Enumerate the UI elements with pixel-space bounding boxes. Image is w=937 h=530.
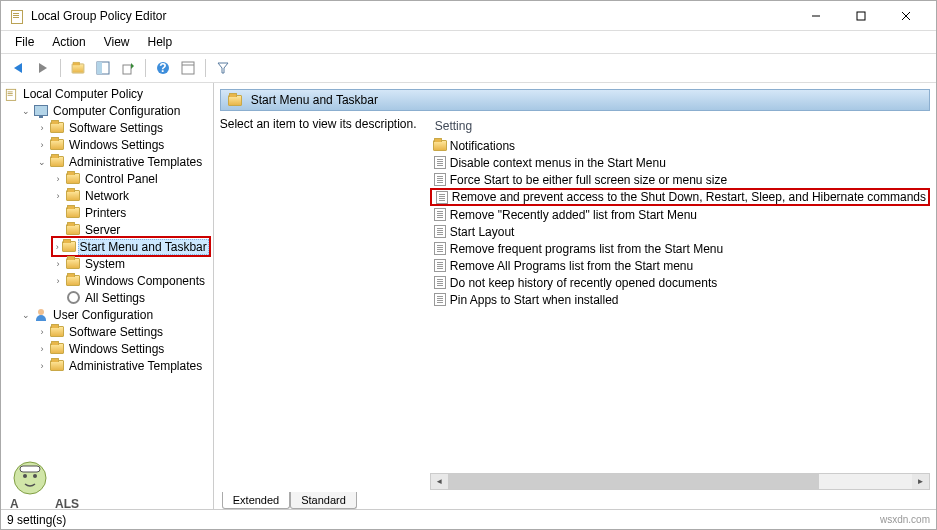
folder-icon <box>65 206 81 220</box>
svg-rect-1 <box>857 12 865 20</box>
setting-pin-apps[interactable]: Pin Apps to Start when installed <box>430 291 930 308</box>
expand-toggle[interactable]: › <box>35 138 49 152</box>
scroll-thumb[interactable] <box>448 474 819 489</box>
policy-root-icon <box>3 87 19 101</box>
policy-icon <box>432 208 448 222</box>
tree-all-settings[interactable]: All Settings <box>51 289 211 306</box>
filter-button[interactable] <box>212 57 234 79</box>
tree-win-components: › Windows Components <box>51 272 211 289</box>
scroll-track[interactable] <box>448 474 912 489</box>
folder-icon <box>65 257 81 271</box>
tree-pane-icon <box>96 61 110 75</box>
tree-cc-admin[interactable]: ⌄ Administrative Templates <box>35 153 211 170</box>
scroll-right-button[interactable]: ► <box>912 474 929 489</box>
arrow-left-icon <box>14 63 22 73</box>
export-button[interactable] <box>117 57 139 79</box>
setting-remove-recently-added[interactable]: Remove "Recently added" list from Start … <box>430 206 930 223</box>
forward-button[interactable] <box>32 57 54 79</box>
tree-label: Software Settings <box>67 325 165 339</box>
main-area: Local Computer Policy ⌄ Computer Configu… <box>1 83 936 509</box>
expand-toggle[interactable]: › <box>35 359 49 373</box>
expand-toggle[interactable]: › <box>35 121 49 135</box>
maximize-button[interactable] <box>838 2 883 30</box>
setting-remove-all-programs[interactable]: Remove All Programs list from the Start … <box>430 257 930 274</box>
tree-system[interactable]: › System <box>51 255 211 272</box>
app-icon <box>9 8 25 24</box>
setting-remove-frequent[interactable]: Remove frequent programs list from the S… <box>430 240 930 257</box>
tree-root[interactable]: Local Computer Policy <box>3 85 211 102</box>
tree-printers[interactable]: Printers <box>51 204 211 221</box>
horizontal-scrollbar[interactable]: ◄ ► <box>430 473 930 490</box>
tree-label: Server <box>83 223 122 237</box>
tree-label: User Configuration <box>51 308 155 322</box>
help-button[interactable]: ? <box>152 57 174 79</box>
setting-label: Remove All Programs list from the Start … <box>450 259 693 273</box>
tree-network[interactable]: › Network <box>51 187 211 204</box>
setting-remove-shutdown[interactable]: Remove and prevent access to the Shut Do… <box>430 188 930 206</box>
setting-label: Do not keep history of recently opened d… <box>450 276 718 290</box>
separator <box>145 59 146 77</box>
tree-uc-software[interactable]: › Software Settings <box>35 323 211 340</box>
tree-label: Windows Settings <box>67 342 166 356</box>
tab-extended[interactable]: Extended <box>222 492 290 509</box>
tree-uc-admin[interactable]: › Administrative Templates <box>35 357 211 374</box>
setting-no-history[interactable]: Do not keep history of recently opened d… <box>430 274 930 291</box>
expand-toggle[interactable]: › <box>51 189 65 203</box>
up-button[interactable] <box>67 57 89 79</box>
folder-icon <box>65 274 81 288</box>
close-button[interactable] <box>883 2 928 30</box>
tree-label: Administrative Templates <box>67 359 204 373</box>
tree-label: Local Computer Policy <box>21 87 145 101</box>
folder-icon <box>49 359 65 373</box>
person-icon <box>33 308 49 322</box>
collapse-toggle[interactable]: ⌄ <box>19 104 33 118</box>
menu-help[interactable]: Help <box>140 33 181 51</box>
back-button[interactable] <box>7 57 29 79</box>
setting-label: Start Layout <box>450 225 515 239</box>
policy-icon <box>432 156 448 170</box>
separator <box>60 59 61 77</box>
menu-file[interactable]: File <box>7 33 42 51</box>
setting-force-start-size[interactable]: Force Start to be either full screen siz… <box>430 171 930 188</box>
settings-list[interactable]: Notifications Disable context menus in t… <box>430 137 930 471</box>
tree-label: Start Menu and Taskbar <box>78 239 209 255</box>
expand-toggle[interactable]: › <box>51 274 65 288</box>
help-icon: ? <box>156 61 170 75</box>
tree-label: Control Panel <box>83 172 160 186</box>
scroll-left-button[interactable]: ◄ <box>431 474 448 489</box>
tree-computer-config[interactable]: ⌄ Computer Configuration <box>19 102 211 119</box>
status-text: 9 setting(s) <box>7 513 66 527</box>
show-hide-tree-button[interactable] <box>92 57 114 79</box>
menu-view[interactable]: View <box>96 33 138 51</box>
arrow-right-icon <box>39 63 47 73</box>
tree-start-menu-taskbar[interactable]: › Start Menu and Taskbar <box>51 236 211 257</box>
setting-notifications[interactable]: Notifications <box>430 137 930 154</box>
expand-toggle[interactable]: › <box>35 325 49 339</box>
menu-action[interactable]: Action <box>44 33 93 51</box>
collapse-toggle[interactable]: ⌄ <box>19 308 33 322</box>
tree-pane[interactable]: Local Computer Policy ⌄ Computer Configu… <box>1 83 214 509</box>
tree-label: Administrative Templates <box>67 155 204 169</box>
minimize-button[interactable] <box>793 2 838 30</box>
policy-icon <box>432 259 448 273</box>
tree-uc-windows[interactable]: › Windows Settings <box>35 340 211 357</box>
expand-toggle[interactable]: › <box>51 172 65 186</box>
column-header-setting[interactable]: Setting <box>430 115 930 137</box>
setting-label: Remove "Recently added" list from Start … <box>450 208 697 222</box>
tree-cc-windows[interactable]: › Windows Settings <box>35 136 211 153</box>
setting-label: Pin Apps to Start when installed <box>450 293 619 307</box>
setting-label: Disable context menus in the Start Menu <box>450 156 666 170</box>
expand-toggle[interactable]: › <box>51 257 65 271</box>
tree-cc-software[interactable]: › Software Settings <box>35 119 211 136</box>
setting-disable-context-menus[interactable]: Disable context menus in the Start Menu <box>430 154 930 171</box>
svg-text:?: ? <box>159 61 166 75</box>
tree-control-panel[interactable]: › Control Panel <box>51 170 211 187</box>
tree-user-config[interactable]: ⌄ User Configuration <box>19 306 211 323</box>
tree-label: Computer Configuration <box>51 104 182 118</box>
expand-toggle[interactable]: › <box>53 240 62 254</box>
collapse-toggle[interactable]: ⌄ <box>35 155 49 169</box>
tab-standard[interactable]: Standard <box>290 492 357 509</box>
expand-toggle[interactable]: › <box>35 342 49 356</box>
properties-button[interactable] <box>177 57 199 79</box>
setting-start-layout[interactable]: Start Layout <box>430 223 930 240</box>
